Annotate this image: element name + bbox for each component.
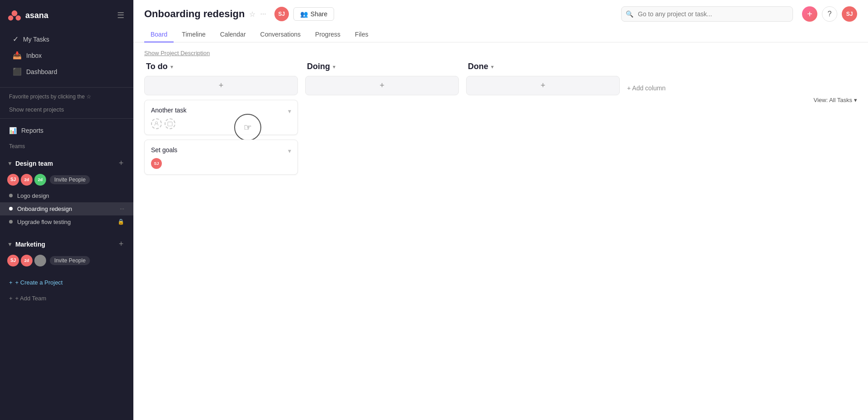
design-team-members: SJ 2d 2d Invite People <box>0 172 133 189</box>
another-task-expand-icon[interactable]: ▾ <box>288 107 291 115</box>
marketing-team-chevron-icon: ▼ <box>7 241 13 247</box>
dashboard-icon: ⬛ <box>13 67 22 76</box>
column-done-header: Done ▾ <box>466 62 620 71</box>
svg-point-1 <box>8 15 14 21</box>
help-button[interactable]: ? <box>822 6 837 22</box>
user-avatar-button[interactable]: SJ <box>842 6 857 22</box>
column-doing-chevron-icon[interactable]: ▾ <box>333 64 335 70</box>
assignee-placeholder-icon <box>151 118 162 129</box>
tab-timeline[interactable]: Timeline <box>175 27 212 42</box>
add-new-button[interactable]: + <box>802 6 817 22</box>
tab-conversations[interactable]: Conversations <box>254 27 307 42</box>
view-all-tasks[interactable]: View: All Tasks ▾ <box>813 97 857 103</box>
set-goals-expand-icon[interactable]: ▾ <box>288 147 291 154</box>
task-card-set-goals: Set goals ▾ SJ <box>144 140 298 175</box>
add-task-doing-button[interactable]: + <box>305 76 459 95</box>
show-description-button[interactable]: Show Project Description <box>144 50 210 62</box>
tab-progress[interactable]: Progress <box>309 27 347 42</box>
global-search: 🔍 <box>621 6 793 22</box>
design-team-header[interactable]: ▼ Design team + <box>0 155 133 172</box>
project-title-row: Onboarding redesign ☆ ··· SJ 👥 Share <box>144 7 334 21</box>
owner-avatar: SJ <box>274 7 289 21</box>
sidebar: asana ☰ ✓ My Tasks 📥 Inbox ⬛ Dashboard F… <box>0 0 133 420</box>
design-team-title: ▼ Design team <box>7 160 53 167</box>
tab-board[interactable]: Board <box>144 27 174 42</box>
sidebar-header: asana ☰ <box>0 0 133 27</box>
marketing-team-invite-button[interactable]: Invite People <box>50 256 90 265</box>
design-team-add-button[interactable]: + <box>116 159 126 168</box>
avatar-sj-marketing: SJ <box>7 255 19 266</box>
svg-point-0 <box>12 10 18 16</box>
create-project-icon: + <box>9 279 13 286</box>
more-options-icon[interactable]: ··· <box>260 10 266 18</box>
marketing-team-add-button[interactable]: + <box>116 239 126 249</box>
avatar-2d-green-design: 2d <box>34 174 46 186</box>
set-goals-title: Set goals <box>151 146 284 154</box>
my-tasks-icon: ✓ <box>13 35 19 43</box>
column-done-title: Done <box>468 62 488 71</box>
add-team-button[interactable]: + + Add Team <box>0 293 133 303</box>
calendar-placeholder-icon <box>165 118 175 129</box>
project-onboarding-redesign[interactable]: Onboarding redesign ··· <box>0 202 133 215</box>
board-area: Show Project Description View: All Tasks… <box>133 42 868 420</box>
project-dot-logo <box>9 194 13 197</box>
project-logo-design-label: Logo design <box>17 192 49 199</box>
inbox-icon: 📥 <box>13 51 22 60</box>
asana-logo-text: asana <box>25 11 48 20</box>
add-task-todo-button[interactable]: + <box>144 76 298 95</box>
project-upgrade-flow[interactable]: Upgrade flow testing 🔒 <box>0 215 133 229</box>
column-doing: Doing ▾ + <box>305 62 459 100</box>
top-bar: Onboarding redesign ☆ ··· SJ 👥 Share 🔍 +… <box>133 0 868 22</box>
show-recent-projects[interactable]: Show recent projects <box>0 104 133 115</box>
sidebar-item-inbox[interactable]: 📥 Inbox <box>4 47 130 63</box>
column-todo-title: To do <box>146 62 168 71</box>
divider-2 <box>0 118 133 119</box>
divider-1 <box>0 87 133 88</box>
asana-logo[interactable]: asana <box>7 8 48 23</box>
project-dot-onboarding <box>9 207 13 210</box>
sidebar-item-reports[interactable]: 📊 Reports <box>0 122 133 139</box>
sidebar-item-dashboard[interactable]: ⬛ Dashboard <box>4 64 130 79</box>
design-team-name: Design team <box>15 160 53 167</box>
marketing-team-section: ▼ Marketing + SJ 2d Invite People <box>0 236 133 270</box>
marketing-team-header[interactable]: ▼ Marketing + <box>0 236 133 253</box>
sidebar-item-dashboard-label: Dashboard <box>26 68 57 75</box>
project-logo-design[interactable]: Logo design <box>0 189 133 202</box>
tab-calendar[interactable]: Calendar <box>214 27 252 42</box>
share-button[interactable]: 👥 Share <box>293 7 334 21</box>
set-goals-icons: SJ <box>151 158 291 169</box>
project-more-icon[interactable]: ··· <box>120 205 124 212</box>
reports-icon: 📊 <box>9 127 17 134</box>
task-card-another-task: Another task ▾ ☞ <box>144 100 298 135</box>
tab-files[interactable]: Files <box>349 27 375 42</box>
add-column-button[interactable]: + Add column <box>627 82 665 94</box>
add-team-icon: + <box>9 295 13 302</box>
project-dot-upgrade <box>9 220 13 224</box>
search-icon: 🔍 <box>626 10 633 18</box>
view-all-label: View: All Tasks <box>813 97 852 103</box>
project-upgrade-label: Upgrade flow testing <box>17 219 71 225</box>
project-onboarding-label: Onboarding redesign <box>17 205 72 212</box>
sidebar-item-my-tasks[interactable]: ✓ My Tasks <box>4 31 130 47</box>
avatar-2d-pink-design: 2d <box>21 174 33 186</box>
column-doing-title: Doing <box>307 62 330 71</box>
design-team-section: ▼ Design team + SJ 2d 2d Invite People L… <box>0 155 133 229</box>
add-task-done-button[interactable]: + <box>466 76 620 95</box>
share-icon: 👥 <box>300 10 308 18</box>
search-input[interactable] <box>621 6 793 22</box>
marketing-team-name: Marketing <box>15 241 45 248</box>
design-team-invite-button[interactable]: Invite People <box>50 175 90 184</box>
share-label: Share <box>311 10 327 18</box>
column-todo-header: To do ▾ <box>144 62 298 71</box>
create-project-button[interactable]: + + Create a Project <box>0 275 133 289</box>
svg-rect-4 <box>168 122 172 126</box>
column-todo-chevron-icon[interactable]: ▾ <box>170 64 173 70</box>
project-title: Onboarding redesign <box>144 8 245 20</box>
lock-icon: 🔒 <box>118 219 124 225</box>
sidebar-toggle-icon[interactable]: ☰ <box>115 9 126 22</box>
star-icon[interactable]: ☆ <box>249 10 255 19</box>
reports-label: Reports <box>21 127 43 134</box>
another-task-icons <box>151 118 291 129</box>
marketing-team-title: ▼ Marketing <box>7 241 45 248</box>
column-done-chevron-icon[interactable]: ▾ <box>491 64 494 70</box>
